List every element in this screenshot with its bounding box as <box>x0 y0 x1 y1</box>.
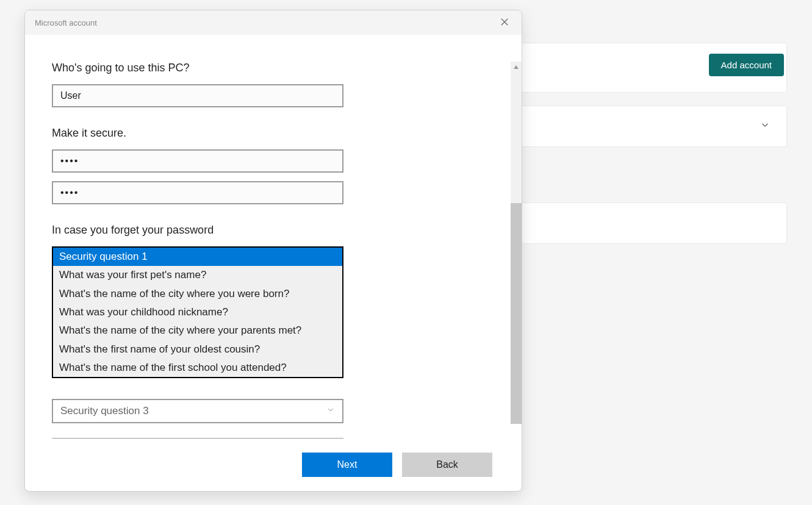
dropdown-option[interactable]: What's the name of the city where you we… <box>53 285 342 303</box>
security-question-1-dropdown-open[interactable]: Security question 1 What was your first … <box>52 246 343 378</box>
dropdown-option[interactable]: What was your childhood nickname? <box>53 303 342 321</box>
next-button[interactable]: Next <box>302 453 392 477</box>
close-button[interactable] <box>491 10 518 35</box>
dialog-title: Microsoft account <box>35 18 97 27</box>
answer-field-partial[interactable] <box>52 438 343 439</box>
password-value: •••• <box>60 156 79 167</box>
dropdown-option[interactable]: What's the name of the first school you … <box>53 359 342 377</box>
prompt-forget: In case you forget your password <box>52 224 495 237</box>
chevron-down-icon <box>326 405 335 417</box>
prompt-who: Who's going to use this PC? <box>52 62 495 74</box>
password-field[interactable]: •••• <box>52 149 343 173</box>
username-value: User <box>60 90 81 101</box>
microsoft-account-dialog: Microsoft account Who's going to use thi… <box>24 10 522 492</box>
username-field[interactable]: User <box>52 84 343 107</box>
dialog-footer: Next Back <box>25 439 522 491</box>
dropdown-option[interactable]: What's the name of the city where your p… <box>53 321 342 340</box>
dropdown-option[interactable]: What's the first name of your oldest cou… <box>53 340 342 359</box>
back-button[interactable]: Back <box>402 453 492 477</box>
close-icon <box>500 18 509 28</box>
dropdown-option[interactable]: Security question 1 <box>53 248 342 266</box>
dropdown-placeholder: Security question 3 <box>60 405 149 417</box>
security-question-3-dropdown[interactable]: Security question 3 <box>52 399 343 423</box>
add-account-button[interactable]: Add account <box>709 54 784 76</box>
chevron-down-icon <box>760 120 771 133</box>
dialog-titlebar: Microsoft account <box>25 10 522 35</box>
confirm-password-field[interactable]: •••• <box>52 181 343 204</box>
prompt-secure: Make it secure. <box>52 127 495 140</box>
dropdown-option[interactable]: What was your first pet's name? <box>53 266 342 284</box>
confirm-password-value: •••• <box>60 187 79 198</box>
